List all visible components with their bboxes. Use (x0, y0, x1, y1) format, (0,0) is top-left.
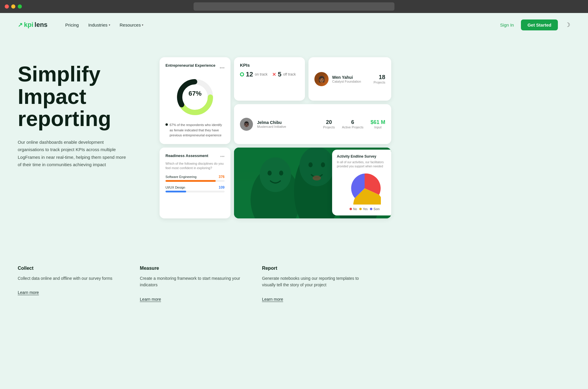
card-exp-title: Entrepreneurial Experience (165, 63, 215, 68)
dashboard-preview: Entrepreneurial Experience ••• 67% 67% o… (160, 54, 396, 218)
wen-stats: 18 Projects (373, 74, 385, 84)
kpi-on-track-icon (240, 72, 244, 76)
svg-point-6 (260, 157, 291, 192)
nav-links: Pricing Industries ▾ Resources ▾ (65, 22, 488, 27)
card-wen-yahui: 👩🏾 Wen Yahui Catalyst Foundation 18 Proj… (308, 57, 391, 101)
address-bar[interactable] (194, 2, 394, 11)
donut-svg: 67% (174, 76, 216, 118)
kpis-title: KPIs (240, 63, 299, 68)
logo-kpi-text: kpi (24, 21, 33, 29)
feature-collect-title: Collect (18, 266, 128, 271)
hero-title: Simplify Impact reporting (18, 63, 142, 130)
logo-lens-text: lens (35, 21, 48, 29)
hero-left: Simplify Impact reporting Our online das… (18, 54, 142, 169)
sign-in-button[interactable]: Sign In (500, 22, 514, 27)
jelma-projects: 20 Projects (323, 119, 335, 129)
resources-chevron-icon: ▾ (142, 23, 143, 27)
avatar-wen: 👩🏾 (314, 72, 329, 86)
kpis-stats: 12 on track ✕ 5 off track (240, 71, 299, 78)
maximize-dot[interactable] (18, 4, 22, 9)
bar-track-software (165, 180, 225, 182)
feature-collect: Collect Collect data online and offline … (18, 266, 128, 302)
feature-report: Report Generate notebooks using our repo… (262, 266, 372, 302)
legend-dot (165, 123, 168, 126)
feature-grid: Collect Collect data online and offline … (18, 266, 372, 302)
pie-svg (348, 172, 381, 205)
svg-point-15 (313, 176, 321, 181)
pie-chart (337, 172, 391, 205)
industries-chevron-icon: ▾ (109, 23, 110, 27)
feature-report-title: Report (262, 266, 372, 271)
nav-industries[interactable]: Industries ▾ (88, 22, 110, 27)
legend-no-dot (350, 208, 352, 210)
hero-section: Simplify Impact reporting Our online das… (0, 37, 414, 242)
feature-measure: Measure Create a monitoring framework to… (140, 266, 250, 302)
readiness-menu-icon[interactable]: ••• (220, 154, 225, 159)
legend-yes: Yes (359, 207, 368, 211)
card-entrepreneurial: Entrepreneurial Experience ••• 67% 67% o… (160, 57, 230, 144)
jelma-stats: 20 Projects 6 Active Projects $61 M Inpu… (323, 119, 385, 129)
wen-info: Wen Yahui Catalyst Foundation (332, 75, 370, 83)
theme-toggle-button[interactable]: ☽ (565, 21, 570, 28)
navbar: ↗ kpilens Pricing Industries ▾ Resources… (0, 13, 588, 37)
svg-point-5 (251, 166, 300, 218)
kpi-on-track: 12 on track (240, 71, 267, 78)
card-readiness: Readiness Assessment ••• Which of the fo… (160, 148, 230, 218)
feature-measure-title: Measure (140, 266, 250, 271)
get-started-button[interactable]: Get Started (521, 19, 558, 30)
svg-text:67%: 67% (189, 90, 202, 97)
hero-subtitle: Our online dashboards enable development… (18, 138, 130, 169)
nav-right: Sign In Get Started ☽ (500, 19, 570, 30)
nav-resources[interactable]: Resources ▾ (120, 22, 144, 27)
features-section: Collect Collect data online and offline … (0, 242, 588, 320)
card-image: Activity Endline Survey In all of our ac… (234, 148, 391, 218)
bar-fill-uiux (165, 191, 186, 192)
bar-uiux: UI/UX Design 109 (165, 185, 225, 192)
window-chrome (0, 0, 588, 13)
feature-collect-learn-more[interactable]: Learn more (18, 290, 39, 295)
bar-fill-software (165, 180, 216, 182)
svg-point-11 (267, 171, 272, 176)
minimize-dot[interactable] (11, 4, 15, 9)
feature-measure-desc: Create a monitoring framework to start m… (140, 275, 250, 288)
kpi-off-track: ✕ 5 off track (272, 71, 296, 78)
avatar-jelma: 👨🏿 (240, 118, 253, 131)
card-exp-legend: 67% of the respondents who identify as f… (165, 122, 225, 138)
jelma-input: $61 M Input (371, 119, 385, 129)
logo[interactable]: ↗ kpilens (18, 21, 48, 29)
bar-track-uiux (165, 191, 225, 192)
feature-report-desc: Generate notebooks using our reporting t… (262, 275, 372, 288)
card-kpis: KPIs 12 on track ✕ 5 off track (234, 57, 305, 101)
feature-collect-desc: Collect data online and offline with our… (18, 275, 128, 282)
feature-report-learn-more[interactable]: Learn more (262, 297, 283, 302)
svg-point-13 (308, 162, 313, 167)
jelma-info: Jelma Chibu Mustercard Initiative (257, 120, 319, 128)
legend-no: No (350, 207, 357, 211)
svg-point-8 (299, 148, 334, 186)
pie-legend: No Yes Som (337, 207, 391, 211)
nav-pricing[interactable]: Pricing (65, 22, 79, 27)
legend-yes-dot (359, 208, 362, 210)
card-jelma-chibu: 👨🏿 Jelma Chibu Mustercard Initiative 20 … (234, 104, 391, 144)
card-activity-survey: Activity Endline Survey In all of our ac… (332, 150, 391, 215)
donut-chart: 67% (165, 76, 225, 118)
kpi-off-track-icon: ✕ (272, 72, 276, 77)
svg-point-14 (321, 162, 325, 167)
close-dot[interactable] (5, 4, 9, 9)
legend-som: Som (370, 207, 380, 211)
svg-point-12 (279, 171, 283, 176)
jelma-active: 6 Active Projects (342, 119, 363, 129)
legend-som-dot (370, 208, 372, 210)
bar-software: Software Engineering 376 (165, 175, 225, 182)
logo-icon: ↗ (18, 21, 23, 28)
feature-measure-learn-more[interactable]: Learn more (140, 297, 161, 302)
card-exp-menu-icon[interactable]: ••• (220, 65, 225, 71)
